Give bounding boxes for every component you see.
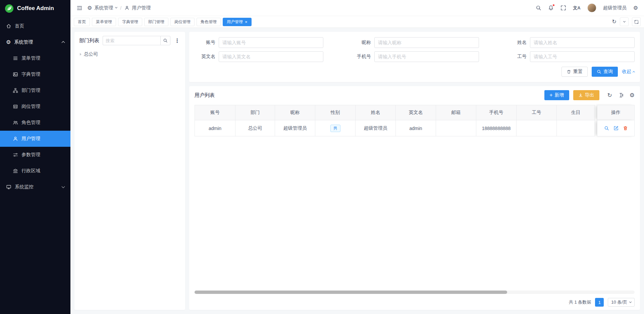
monitor-icon: [6, 184, 11, 190]
search-form-card: 账号 昵称 姓名 英文名: [189, 32, 640, 82]
tree-node-company[interactable]: 总公司: [79, 49, 180, 59]
plus-icon: +: [549, 92, 552, 98]
sidebar-item-user-mgmt[interactable]: 用户管理: [0, 131, 70, 147]
dictionary-icon: [13, 72, 18, 77]
field-account: 账号: [195, 37, 323, 48]
edit-row-icon[interactable]: [613, 126, 619, 131]
tab-label: 字典管理: [122, 19, 138, 25]
more-options-icon[interactable]: ⋮: [174, 38, 180, 44]
sidebar-item-role-mgmt[interactable]: 角色管理: [0, 115, 70, 131]
cell-english-name: admin: [396, 120, 436, 136]
tab-label: 菜单管理: [96, 19, 112, 25]
chevron-down-icon: [629, 300, 632, 303]
department-panel: 部门列表 ⋮ 总公司: [74, 32, 185, 310]
translate-icon[interactable]: 文A: [573, 5, 580, 11]
refresh-tabs-icon[interactable]: ↻: [612, 19, 616, 24]
column-header-nickname: 昵称: [275, 105, 315, 120]
search-form: 账号 昵称 姓名 英文名: [195, 37, 635, 62]
query-button-label: 查询: [603, 69, 613, 75]
name-input[interactable]: [530, 37, 635, 48]
sidebar-item-label: 系统管理: [14, 39, 33, 45]
tab-post-mgmt[interactable]: 岗位管理: [170, 18, 195, 26]
sidebar-item-monitor[interactable]: 系统监控: [0, 179, 70, 195]
content: 部门列表 ⋮ 总公司: [70, 28, 644, 314]
delete-row-icon[interactable]: [623, 126, 628, 131]
page-number-button[interactable]: 1: [595, 298, 604, 307]
nickname-input[interactable]: [374, 37, 479, 48]
fullscreen-icon[interactable]: [560, 5, 566, 11]
tab-home[interactable]: 首页: [74, 18, 90, 26]
app-root: Coffee Admin 首页 ⚙ 系统管理 菜单管理: [0, 0, 644, 314]
tree-node-label: 总公司: [84, 51, 98, 57]
tab-user-mgmt[interactable]: 用户管理 ×: [223, 18, 252, 26]
content-fullscreen-icon[interactable]: [632, 17, 641, 26]
chevron-down-icon: [115, 6, 117, 8]
notifications-bell-icon[interactable]: [548, 5, 554, 11]
sidebar-item-region-mgmt[interactable]: 行政区域: [0, 163, 70, 179]
sidebar-item-dict-mgmt[interactable]: 字典管理: [0, 66, 70, 82]
english-name-input[interactable]: [219, 51, 323, 62]
sidebar-item-menu-mgmt[interactable]: 菜单管理: [0, 50, 70, 66]
department-search-input[interactable]: [103, 36, 160, 45]
refresh-table-icon[interactable]: ↻: [607, 92, 612, 98]
sidebar-item-home[interactable]: 首页: [0, 18, 70, 34]
tab-menu-mgmt[interactable]: 菜单管理: [92, 18, 116, 26]
column-header-email: 邮箱: [436, 105, 476, 120]
tree-expand-icon[interactable]: [80, 53, 82, 56]
breadcrumb-parent[interactable]: 系统管理: [94, 5, 113, 11]
tab-dept-mgmt[interactable]: 部门管理: [144, 18, 168, 26]
search-icon[interactable]: [536, 5, 541, 11]
settings-gear-icon[interactable]: ⚙: [633, 5, 638, 11]
right-column: 账号 昵称 姓名 英文名: [189, 32, 640, 310]
username[interactable]: 超级管理员: [603, 5, 627, 11]
field-english-name: 英文名: [195, 51, 323, 62]
field-name: 姓名: [506, 37, 635, 48]
department-search-button[interactable]: [160, 36, 170, 45]
sidebar-item-param-mgmt[interactable]: 参数管理: [0, 147, 70, 163]
view-row-icon[interactable]: [604, 126, 609, 131]
chevron-down-icon: [62, 185, 65, 188]
clear-icon: [567, 69, 571, 74]
pagination: 共 1 条数据 1 10 条/页: [195, 294, 635, 307]
cell-department: 总公司: [235, 120, 275, 136]
sidebar-item-post-mgmt[interactable]: 岗位管理: [0, 99, 70, 115]
close-icon[interactable]: ×: [245, 20, 248, 24]
id-badge-icon: [13, 104, 18, 109]
add-user-button[interactable]: + 新增: [544, 90, 569, 100]
phone-input[interactable]: [374, 51, 479, 62]
sidebar-item-system[interactable]: ⚙ 系统管理: [0, 34, 70, 50]
add-user-label: 新增: [555, 92, 564, 98]
query-button[interactable]: 查询: [592, 67, 618, 77]
tab-dict-mgmt[interactable]: 字典管理: [118, 18, 142, 26]
horizontal-scrollbar-thumb[interactable]: [195, 291, 507, 294]
collapse-filters-link[interactable]: 收起: [622, 69, 635, 75]
main-area: ⚙ 系统管理 / 用户管理: [70, 0, 644, 314]
account-input[interactable]: [219, 37, 323, 48]
tab-actions-dropdown[interactable]: [620, 17, 629, 26]
export-button[interactable]: 导出: [573, 90, 599, 100]
sidebar-item-label: 岗位管理: [21, 104, 40, 110]
field-label: 手机号: [350, 54, 371, 60]
tab-role-mgmt[interactable]: 角色管理: [197, 18, 221, 26]
field-label: 账号: [195, 40, 215, 46]
field-label: 昵称: [350, 40, 371, 46]
search-form-actions: 重置 查询 收起: [195, 67, 635, 77]
avatar[interactable]: [587, 3, 596, 12]
sidebar-item-label: 行政区域: [21, 168, 40, 174]
row-height-icon[interactable]: [618, 92, 624, 98]
cell-birthday: [557, 120, 595, 136]
column-header-department: 部门: [235, 105, 275, 120]
sidebar-menu: 首页 ⚙ 系统管理 菜单管理 字典管理: [0, 17, 70, 195]
column-header-account: 账号: [195, 105, 235, 120]
table-settings-gear-icon[interactable]: ⚙: [630, 92, 635, 98]
sidebar-item-dept-mgmt[interactable]: 部门管理: [0, 82, 70, 99]
chevron-up-icon: [62, 41, 65, 45]
collapse-sidebar-icon[interactable]: [76, 5, 83, 11]
user-table-card: 用户列表 + 新增 导出: [189, 86, 640, 310]
reset-button[interactable]: 重置: [561, 67, 588, 77]
work-no-input[interactable]: [530, 51, 635, 62]
tabbar-actions: ↻: [612, 17, 641, 26]
page-size-select[interactable]: 10 条/页: [608, 298, 635, 307]
cell-email: [436, 120, 476, 136]
column-header-english-name: 英文名: [396, 105, 436, 120]
